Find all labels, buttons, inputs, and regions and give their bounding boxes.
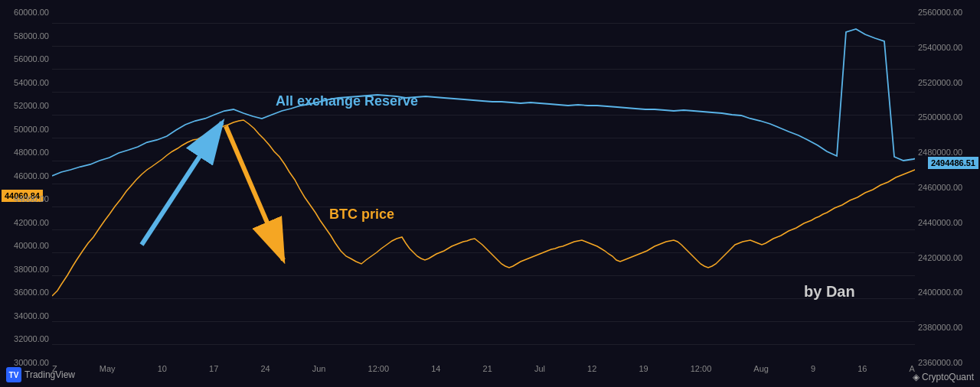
y-label-right: 2380000.00: [918, 323, 977, 332]
x-label: 9: [811, 364, 815, 373]
y-label-right: 2560000.00: [918, 8, 977, 17]
y-label: 54000.00: [3, 78, 49, 87]
x-label: 21: [483, 364, 492, 373]
x-label: 14: [431, 364, 440, 373]
gold-arrow: [226, 126, 283, 260]
y-label: 40000.00: [3, 241, 49, 250]
y-label: 44000.00: [3, 194, 49, 203]
tradingview-label: TradingView: [24, 369, 75, 380]
x-label: Jul: [534, 364, 545, 373]
y-label: 58000.00: [3, 31, 49, 41]
y-axis-left: 60000.00 58000.00 56000.00 54000.00 5200…: [0, 0, 52, 375]
y-label-right: 2480000.00: [918, 148, 977, 157]
x-label: May: [100, 364, 116, 373]
y-label: 30000.00: [3, 358, 49, 367]
y-label: 36000.00: [3, 288, 49, 297]
y-label: 34000.00: [3, 311, 49, 320]
cryptoquant-logo: ◈ CryptoQuant: [913, 372, 974, 382]
tradingview-icon: TV: [6, 367, 21, 382]
y-label: 56000.00: [3, 54, 49, 63]
y-label: 32000.00: [3, 334, 49, 343]
y-label-right: 2420000.00: [918, 253, 977, 262]
y-label-right: 2360000.00: [918, 358, 977, 367]
y-label-right: 2400000.00: [918, 288, 977, 297]
x-label: 19: [639, 364, 648, 373]
x-label: 12:00: [691, 364, 712, 373]
x-label: 12: [587, 364, 596, 373]
y-label-right: 2440000.00: [918, 218, 977, 227]
chart-svg: [0, 0, 980, 387]
x-label: 17: [209, 364, 218, 373]
y-label: 38000.00: [3, 265, 49, 274]
y-label: 52000.00: [3, 101, 49, 110]
y-label: 50000.00: [3, 125, 49, 134]
chart-container: All exchange Reserve BTC price by Dan 44…: [0, 0, 980, 387]
x-label: 16: [858, 364, 867, 373]
y-label: 46000.00: [3, 171, 49, 180]
y-label-right: 2520000.00: [918, 78, 977, 87]
y-axis-right: 2560000.00 2540000.00 2520000.00 2500000…: [915, 0, 980, 375]
y-label-right: 2500000.00: [918, 112, 977, 122]
y-label: 48000.00: [3, 148, 49, 157]
x-axis: Z May 10 17 24 Jun 12:00 14 21 Jul 12 19…: [52, 364, 915, 373]
y-label: 60000.00: [3, 8, 49, 17]
y-label-right: 2460000.00: [918, 183, 977, 192]
y-label: 42000.00: [3, 218, 49, 227]
x-label: Aug: [753, 364, 769, 373]
x-label: 10: [158, 364, 167, 373]
x-label: 24: [260, 364, 270, 373]
x-label: Jun: [312, 364, 326, 373]
tradingview-logo: TV TradingView: [6, 367, 75, 382]
y-label-right: 2540000.00: [918, 43, 977, 52]
x-label: 12:00: [368, 364, 390, 373]
